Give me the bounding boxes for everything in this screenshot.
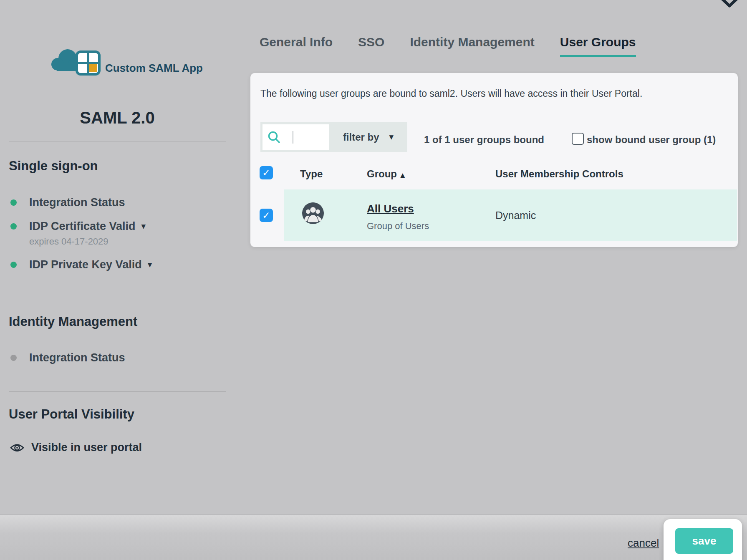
status-dot-green-icon <box>10 223 17 230</box>
membership-control-value: Dynamic <box>495 209 536 222</box>
portal-visibility-row: Visible in user portal <box>10 441 142 454</box>
select-all-checkbox[interactable]: ✓ <box>260 166 273 179</box>
show-bound-label[interactable]: show bound user group (1) <box>587 134 716 146</box>
tab-identity-management[interactable]: Identity Management <box>410 35 534 57</box>
section-heading-single-sign-on: Single sign-on <box>9 159 98 174</box>
search-icon <box>268 131 281 144</box>
search-filter-bar: filter by ▾ <box>260 122 407 152</box>
saml-app-modal: General Info SSO Identity Management Use… <box>0 0 747 560</box>
tab-user-groups[interactable]: User Groups <box>560 35 636 57</box>
sidebar-item-idp-certificate-valid[interactable]: IDP Certificate Valid ▾ <box>10 220 146 233</box>
save-button-card: save <box>664 519 742 560</box>
checkmark-icon: ✓ <box>262 168 270 178</box>
status-dot-green-icon <box>10 199 17 206</box>
protocol-title: SAML 2.0 <box>9 108 226 127</box>
section-heading-user-portal-visibility: User Portal Visibility <box>9 407 134 422</box>
eye-icon <box>10 442 25 453</box>
user-group-avatar-icon <box>301 202 325 225</box>
tab-bar: General Info SSO Identity Management Use… <box>260 35 636 57</box>
filter-by-label: filter by <box>343 131 379 143</box>
app-logo-label: Custom SAML App <box>105 62 203 75</box>
sidebar-item-label: Integration Status <box>29 196 125 209</box>
section-heading-identity-management: Identity Management <box>9 314 137 329</box>
footer-bar: cancel save <box>0 515 747 560</box>
save-button[interactable]: save <box>675 528 733 554</box>
checkmark-icon: ✓ <box>262 211 270 220</box>
column-header-type: Type <box>300 168 323 180</box>
filter-by-dropdown[interactable]: filter by ▾ <box>329 122 407 152</box>
status-dot-green-icon <box>10 262 17 268</box>
custom-saml-app-logo-icon <box>49 45 102 78</box>
sidebar-divider <box>9 141 226 141</box>
column-header-user-membership-controls: User Membership Controls <box>495 168 623 180</box>
sidebar-item-sso-integration-status: Integration Status <box>10 196 125 209</box>
sidebar-item-idp-private-key-valid[interactable]: IDP Private Key Valid ▾ <box>10 258 152 271</box>
chevron-down-icon: ▾ <box>389 133 394 141</box>
group-search-box[interactable] <box>262 124 329 150</box>
text-cursor <box>293 131 293 144</box>
cancel-button[interactable]: cancel <box>628 537 659 550</box>
column-header-group[interactable]: Group▲ <box>367 168 405 180</box>
certificate-expiry-note: expires 04-17-2029 <box>29 236 109 247</box>
sidebar-item-idm-integration-status: Integration Status <box>10 351 125 364</box>
sidebar-item-label: Integration Status <box>29 351 125 364</box>
group-subtitle: Group of Users <box>367 221 429 232</box>
panel-description: The following user groups are bound to s… <box>260 88 642 99</box>
user-groups-panel: The following user groups are bound to s… <box>250 73 738 247</box>
sidebar-divider <box>9 391 226 392</box>
close-icon[interactable] <box>711 0 746 11</box>
sidebar-item-label: IDP Certificate Valid <box>29 220 136 233</box>
row-checkbox[interactable]: ✓ <box>260 209 273 222</box>
sidebar-item-label: IDP Private Key Valid <box>29 258 142 271</box>
sort-ascending-icon: ▲ <box>400 172 405 179</box>
tab-sso[interactable]: SSO <box>358 35 384 57</box>
status-dot-gray-icon <box>10 355 17 361</box>
group-name-link[interactable]: All Users <box>367 202 414 215</box>
chevron-down-icon: ▾ <box>148 260 152 269</box>
column-header-group-label: Group <box>367 168 397 179</box>
bound-groups-summary: 1 of 1 user groups bound <box>424 134 544 146</box>
portal-visibility-label: Visible in user portal <box>31 441 142 454</box>
chevron-down-icon: ▾ <box>141 222 146 231</box>
tab-general-info[interactable]: General Info <box>260 35 333 57</box>
sidebar-divider <box>9 299 226 299</box>
show-bound-checkbox[interactable] <box>572 133 584 145</box>
